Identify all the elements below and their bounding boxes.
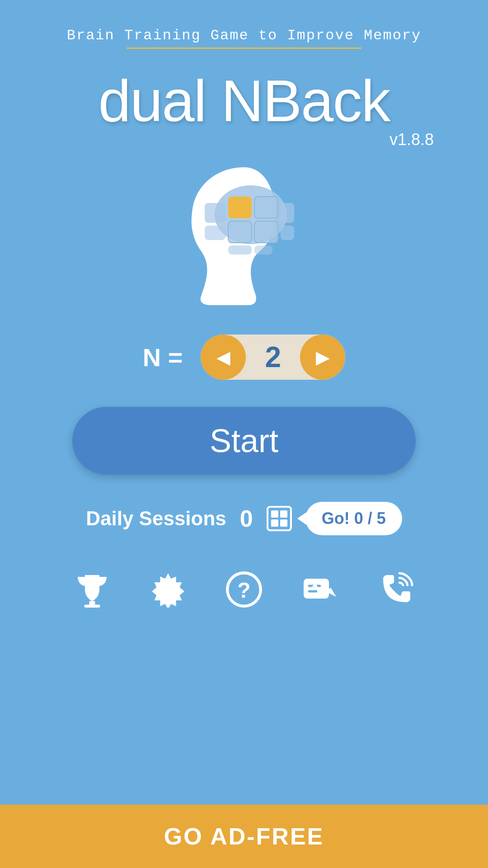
svg-rect-11 (281, 226, 294, 240)
ad-free-label: GO AD-FREE (164, 823, 324, 850)
help-icon: ? (226, 571, 262, 608)
settings-icon (150, 571, 186, 608)
phone-icon (378, 571, 414, 608)
svg-rect-10 (281, 203, 294, 223)
n-label: N = (143, 343, 183, 372)
bottom-nav: ? (18, 553, 470, 626)
svg-rect-13 (254, 245, 272, 255)
svg-rect-2 (254, 197, 278, 218)
svg-rect-14 (271, 510, 278, 518)
svg-text:?: ? (237, 578, 250, 602)
go-badge[interactable]: Go! 0 / 5 (305, 502, 402, 535)
brain-svg (158, 158, 330, 312)
go-badge-label: Go! 0 / 5 (322, 509, 386, 528)
increment-icon: ▶ (316, 347, 330, 368)
ad-free-banner[interactable]: GO AD-FREE (0, 805, 488, 868)
feedback-icon (302, 571, 338, 608)
subtitle-underline (127, 47, 361, 49)
subtitle-container: Brain Training Game to Improve Memory (67, 27, 422, 49)
brain-illustration (158, 158, 330, 312)
help-button[interactable]: ? (221, 567, 267, 612)
n-selector: N = ◀ 2 ▶ (143, 335, 346, 380)
n-increment-button[interactable]: ▶ (300, 335, 345, 380)
main-content: Brain Training Game to Improve Memory du… (0, 0, 488, 805)
svg-rect-8 (205, 203, 225, 223)
trophy-button[interactable] (70, 567, 115, 612)
svg-rect-15 (280, 510, 287, 518)
svg-rect-23 (304, 579, 329, 599)
svg-rect-17 (280, 519, 287, 527)
contact-button[interactable] (373, 567, 418, 612)
daily-sessions-label: Daily Sessions (86, 507, 226, 530)
n-decrement-button[interactable]: ◀ (201, 335, 246, 380)
n-control: ◀ 2 ▶ (201, 335, 345, 380)
svg-rect-12 (228, 245, 252, 255)
daily-sessions-row: Daily Sessions 0 Go! 0 / 5 (86, 502, 402, 535)
sessions-count: 0 (240, 505, 253, 532)
sessions-grid-icon[interactable] (267, 506, 292, 531)
svg-rect-6 (254, 221, 278, 243)
start-button[interactable]: Start (72, 407, 416, 475)
app-title: dual NBack (99, 67, 390, 135)
svg-rect-9 (205, 226, 225, 240)
app-subtitle: Brain Training Game to Improve Memory (67, 27, 422, 44)
svg-rect-1 (228, 197, 252, 218)
svg-rect-16 (271, 519, 278, 527)
decrement-icon: ◀ (216, 347, 230, 368)
svg-rect-4 (228, 221, 252, 243)
settings-button[interactable] (145, 567, 191, 612)
svg-rect-19 (84, 605, 100, 608)
trophy-icon (74, 571, 110, 608)
feedback-button[interactable] (297, 567, 343, 612)
n-value: 2 (246, 340, 300, 374)
app-version: v1.8.8 (389, 130, 434, 149)
grid-icon-svg (270, 509, 288, 528)
